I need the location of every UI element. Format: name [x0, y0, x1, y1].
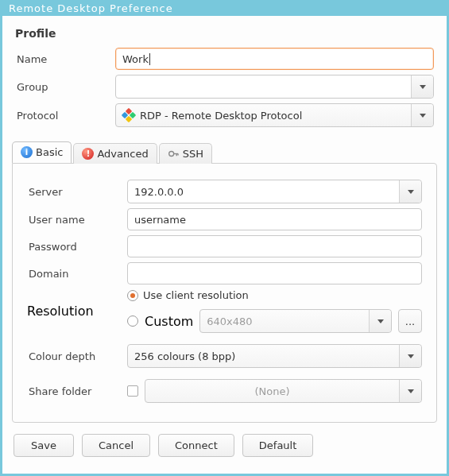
username-input[interactable] — [134, 209, 415, 230]
protocol-combo[interactable]: RDP - Remote Desktop Protocol — [115, 103, 434, 127]
ellipsis-icon: ... — [405, 315, 415, 327]
window-frame: Remote Desktop Preference Profile Name W… — [0, 0, 449, 476]
profile-section-title: Profile — [15, 27, 434, 40]
password-label: Password — [27, 241, 127, 253]
domain-field[interactable] — [127, 262, 422, 284]
chevron-down-icon — [420, 114, 426, 118]
protocol-value: RDP - Remote Desktop Protocol — [140, 110, 302, 122]
chevron-down-icon — [377, 319, 384, 323]
resolution-custom-dropdown-button[interactable] — [369, 310, 391, 332]
chevron-down-icon — [408, 389, 414, 393]
default-button[interactable]: Default — [242, 434, 314, 457]
username-label: User name — [27, 214, 127, 226]
resolution-client-radio[interactable] — [127, 290, 138, 301]
info-icon: i — [21, 146, 33, 158]
protocol-label: Protocol — [15, 110, 115, 122]
name-value: Work — [122, 53, 149, 65]
share-folder-value: (None) — [254, 385, 289, 397]
tab-advanced-label: Advanced — [97, 148, 148, 160]
server-label: Server — [27, 186, 127, 198]
resolution-client-label: Use client resolution — [143, 289, 249, 301]
password-input[interactable] — [134, 236, 415, 257]
resolution-custom-radio[interactable] — [127, 315, 138, 327]
resolution-custom-label: Custom — [145, 314, 193, 329]
resolution-label: Resolution — [27, 304, 127, 319]
server-combo[interactable]: 192.0.0.0 — [127, 180, 422, 203]
password-field[interactable] — [127, 235, 422, 257]
username-field[interactable] — [127, 208, 422, 230]
share-folder-checkbox[interactable] — [127, 385, 138, 397]
tab-basic[interactable]: i Basic — [12, 141, 72, 163]
window-title: Remote Desktop Preference — [9, 2, 173, 14]
server-dropdown-button[interactable] — [399, 180, 421, 203]
rdp-protocol-icon — [122, 109, 135, 122]
protocol-dropdown-button[interactable] — [411, 104, 433, 126]
save-button[interactable]: Save — [14, 434, 74, 457]
share-folder-combo[interactable]: (None) — [145, 379, 422, 403]
group-dropdown-button[interactable] — [411, 75, 433, 98]
group-combo[interactable] — [115, 75, 434, 99]
connect-button[interactable]: Connect — [158, 434, 234, 457]
share-folder-label: Share folder — [27, 385, 127, 397]
tab-advanced[interactable]: ! Advanced — [73, 143, 157, 164]
colour-depth-dropdown-button[interactable] — [399, 345, 421, 367]
cancel-button[interactable]: Cancel — [82, 434, 150, 457]
resolution-custom-value: 640x480 — [207, 315, 252, 327]
resolution-custom-combo[interactable]: 640x480 — [199, 309, 392, 333]
tab-ssh-label: SSH — [183, 148, 203, 160]
name-label: Name — [15, 53, 115, 65]
tab-bar: i Basic ! Advanced SSH — [12, 141, 437, 163]
domain-label: Domain — [27, 268, 127, 280]
tab-ssh[interactable]: SSH — [159, 143, 212, 164]
basic-panel: Server 192.0.0.0 User name Password Doma… — [12, 163, 437, 423]
chevron-down-icon — [420, 85, 426, 89]
tab-basic-label: Basic — [36, 146, 63, 158]
name-field[interactable]: Work — [115, 48, 434, 70]
title-bar[interactable]: Remote Desktop Preference — [2, 0, 447, 16]
resolution-browse-button[interactable]: ... — [398, 309, 422, 333]
warning-icon: ! — [82, 148, 94, 160]
chevron-down-icon — [408, 354, 414, 358]
colour-depth-combo[interactable]: 256 colours (8 bpp) — [127, 344, 422, 368]
svg-point-0 — [168, 152, 173, 157]
chevron-down-icon — [408, 190, 414, 194]
share-folder-dropdown-button[interactable] — [399, 380, 421, 402]
colour-depth-value: 256 colours (8 bpp) — [134, 350, 235, 362]
footer-button-bar: Save Cancel Connect Default — [12, 434, 437, 457]
domain-input[interactable] — [134, 263, 415, 284]
group-label: Group — [15, 81, 115, 93]
colour-depth-label: Colour depth — [27, 350, 127, 362]
key-icon — [168, 148, 180, 160]
server-value: 192.0.0.0 — [134, 186, 184, 198]
text-caret — [149, 53, 150, 65]
